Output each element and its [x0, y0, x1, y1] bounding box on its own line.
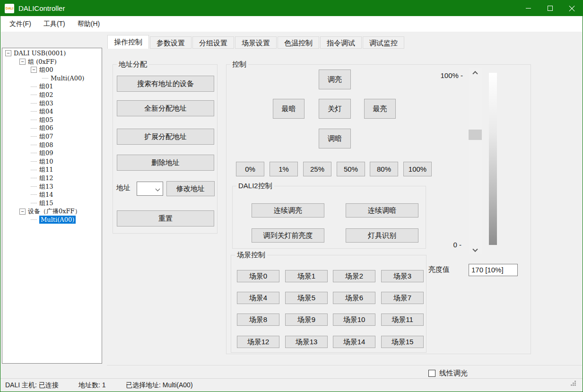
percent-80-button[interactable]: 80%: [370, 162, 398, 176]
scene-6-button[interactable]: 场景6: [333, 292, 375, 304]
scene-15-button[interactable]: 场景15: [381, 336, 424, 348]
tree-connector: [31, 87, 37, 87]
luminaire-identify-button[interactable]: 灯具识别: [346, 228, 418, 243]
scene-10-button[interactable]: 场景10: [333, 314, 375, 326]
brightness-scrollbar[interactable]: [469, 68, 482, 254]
tab-grouping-settings[interactable]: 分组设置: [192, 36, 234, 49]
percent-0-button[interactable]: 0%: [236, 162, 264, 176]
menu-bar: 文件(F) 工具(T) 帮助(H): [1, 16, 582, 32]
extend-assign-addresses-button[interactable]: 扩展分配地址: [117, 129, 214, 145]
menu-tools[interactable]: 工具(T): [37, 17, 71, 31]
tree-node-group15[interactable]: 组15: [2, 199, 102, 208]
scene-3-button[interactable]: 场景3: [381, 270, 424, 282]
chevron-down-icon: [472, 246, 478, 252]
lamp-off-button[interactable]: 关灯: [319, 99, 351, 119]
tree-node-dali-usb[interactable]: DALI USB(0001): [2, 49, 102, 58]
brightest-button[interactable]: 最亮: [364, 99, 396, 119]
reset-button[interactable]: 重置: [117, 210, 214, 226]
percent-100-button[interactable]: 100%: [403, 162, 432, 176]
resize-grip[interactable]: [574, 384, 576, 386]
address-combobox[interactable]: [137, 182, 163, 196]
tab-scene-settings[interactable]: 场景设置: [235, 36, 277, 49]
tree-connector: [31, 219, 37, 220]
tab-operation-control[interactable]: 操作控制: [107, 35, 149, 49]
minimize-button[interactable]: [517, 0, 539, 16]
scene-14-button[interactable]: 场景14: [333, 336, 375, 348]
scene-8-button[interactable]: 场景8: [237, 314, 279, 326]
tree-node-group12[interactable]: 组12: [2, 174, 102, 183]
tree-node-group-ff[interactable]: 组 (0xFF): [2, 58, 102, 66]
tree-node-multi-a00[interactable]: Multi(A00): [2, 74, 102, 83]
linear-dimming-option[interactable]: 线性调光: [428, 369, 468, 378]
scene-1-button[interactable]: 场景1: [285, 270, 328, 282]
assign-new-addresses-button[interactable]: 全新分配地址: [117, 100, 214, 116]
tree-node-group00[interactable]: 组00: [2, 66, 102, 74]
tree-node-group06[interactable]: 组06: [2, 124, 102, 132]
close-button[interactable]: [561, 0, 583, 16]
tree-connector: [31, 136, 37, 137]
tab-page-divider: [107, 365, 582, 366]
collapse-icon[interactable]: [31, 67, 37, 73]
tree-node-group14[interactable]: 组14: [2, 191, 102, 199]
percent-50-button[interactable]: 50%: [337, 162, 365, 176]
tree-node-group13[interactable]: 组13: [2, 183, 102, 191]
brighten-button[interactable]: 调亮: [319, 70, 351, 89]
menu-file[interactable]: 文件(F): [3, 17, 37, 31]
tree-node-group10[interactable]: 组10: [2, 157, 102, 166]
menu-help[interactable]: 帮助(H): [71, 17, 106, 31]
goto-last-level-button[interactable]: 调到关灯前亮度: [252, 228, 324, 243]
tree-node-group11[interactable]: 组11: [2, 166, 102, 174]
collapse-icon[interactable]: [19, 209, 26, 215]
tree-node-group08[interactable]: 组08: [2, 141, 102, 149]
tree-node-group04[interactable]: 组04: [2, 107, 102, 116]
address-allocation-group: 地址分配 搜索有地址的设备 全新分配地址 扩展分配地址 删除地址 地址 修改地址…: [113, 64, 218, 234]
scene-11-button[interactable]: 场景11: [381, 314, 424, 326]
scroll-up-button[interactable]: [469, 68, 482, 76]
continuous-dim-button[interactable]: 连续调暗: [346, 203, 418, 218]
dim-button[interactable]: 调暗: [319, 129, 351, 148]
tree-node-group07[interactable]: 组07: [2, 132, 102, 141]
tree-node-label-selected: Multi(A00): [39, 216, 76, 224]
scene-0-button[interactable]: 场景0: [237, 270, 279, 282]
tab-debug-monitor[interactable]: 调试监控: [363, 36, 404, 49]
scene-12-button[interactable]: 场景12: [237, 336, 279, 348]
collapse-icon[interactable]: [19, 59, 26, 65]
maximize-button[interactable]: [539, 0, 561, 16]
tree-node-group01[interactable]: 组01: [2, 82, 102, 91]
tree-connector: [31, 95, 37, 95]
scrollbar-thumb[interactable]: [469, 130, 482, 140]
continuous-brighten-button[interactable]: 连续调亮: [252, 203, 324, 218]
percent-1-button[interactable]: 1%: [270, 162, 298, 176]
tree-node-label: 组07: [39, 132, 53, 141]
tree-node-group03[interactable]: 组03: [2, 99, 102, 108]
scene-4-button[interactable]: 场景4: [237, 292, 279, 304]
modify-address-button[interactable]: 修改地址: [166, 181, 215, 196]
darkest-button[interactable]: 最暗: [273, 99, 305, 119]
scene-5-button[interactable]: 场景5: [285, 292, 328, 304]
tree-node-device-broadcast[interactable]: 设备（广播0xFF）: [2, 207, 102, 216]
search-addressed-devices-button[interactable]: 搜索有地址的设备: [117, 76, 214, 92]
brightness-value-field[interactable]: 170 [10%]: [469, 264, 518, 276]
brightness-min-label: 0 -: [440, 241, 461, 249]
tab-command-debug[interactable]: 指令调试: [320, 36, 362, 49]
tree-connector: [31, 170, 37, 170]
scene-7-button[interactable]: 场景7: [381, 292, 424, 304]
tab-parameter-settings[interactable]: 参数设置: [150, 36, 191, 49]
tree-node-label: 组14: [39, 191, 53, 199]
percent-25-button[interactable]: 25%: [303, 162, 331, 176]
tree-node-group09[interactable]: 组09: [2, 149, 102, 157]
tab-bar: 操作控制 参数设置 分组设置 场景设置 色温控制 指令调试 调试监控: [107, 35, 405, 49]
collapse-icon[interactable]: [5, 50, 11, 56]
delete-address-button[interactable]: 删除地址: [117, 155, 214, 171]
scene-2-button[interactable]: 场景2: [333, 270, 375, 282]
tree-node-multi-a00-selected[interactable]: Multi(A00): [2, 216, 102, 224]
linear-dimming-checkbox[interactable]: [428, 370, 435, 377]
tree-connector: [31, 111, 37, 112]
scene-9-button[interactable]: 场景9: [285, 314, 328, 326]
tree-connector: [31, 186, 37, 187]
tree-node-group05[interactable]: 组05: [2, 116, 102, 124]
tab-color-temp-control[interactable]: 色温控制: [278, 36, 319, 49]
scene-13-button[interactable]: 场景13: [285, 336, 328, 348]
tree-node-group02[interactable]: 组02: [2, 91, 102, 99]
scroll-down-button[interactable]: [469, 246, 482, 254]
